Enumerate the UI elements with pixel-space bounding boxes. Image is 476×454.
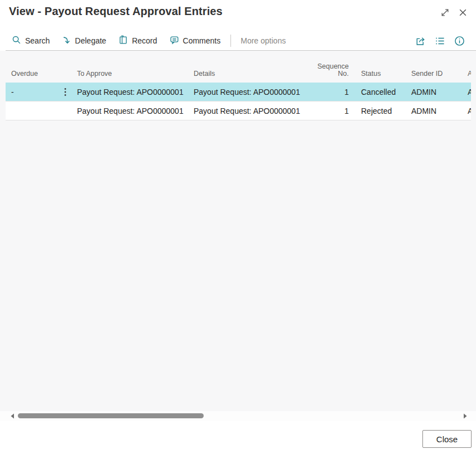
approver-id-cell-clipped: A <box>463 83 471 101</box>
column-header-approver-id-clipped[interactable]: A <box>463 56 471 83</box>
overdue-cell: - <box>6 83 73 101</box>
column-header-overdue[interactable]: Overdue <box>6 56 73 83</box>
details-cell: Payout Request: APO0000001 <box>190 83 310 101</box>
overdue-cell <box>6 102 73 120</box>
expand-icon[interactable] <box>439 7 450 18</box>
list-view-icon[interactable] <box>434 35 445 46</box>
overdue-value: - <box>11 88 14 96</box>
horizontal-scrollbar[interactable] <box>0 411 476 421</box>
toolbar-right-icons <box>415 35 470 46</box>
page-title: View - Payout Request Approval Entries <box>9 5 223 18</box>
comments-label: Comments <box>183 36 221 45</box>
column-header-details[interactable]: Details <box>190 56 310 83</box>
approver-id-cell-clipped: A <box>463 102 471 120</box>
search-icon <box>12 35 21 46</box>
to-approve-cell: Payout Request: APO0000001 <box>73 102 190 120</box>
record-label: Record <box>132 36 157 45</box>
column-header-to-approve[interactable]: To Approve <box>73 56 190 83</box>
scrollbar-thumb[interactable] <box>18 413 204 418</box>
record-icon <box>118 35 128 46</box>
close-button[interactable]: Close <box>422 430 472 448</box>
sender-id-link[interactable]: ADMIN <box>406 83 463 101</box>
column-header-sequence-no[interactable]: SequenceNo. <box>310 56 350 83</box>
search-button[interactable]: Search <box>6 35 56 46</box>
to-approve-cell: Payout Request: APO0000001 <box>73 83 190 101</box>
row-context-menu-icon[interactable] <box>61 86 70 98</box>
title-bar: View - Payout Request Approval Entries <box>0 0 476 31</box>
toolbar-divider <box>230 35 231 47</box>
column-header-sender-id[interactable]: Sender ID <box>406 56 463 83</box>
delegate-button[interactable]: Delegate <box>56 36 112 46</box>
delegate-label: Delegate <box>75 36 106 45</box>
search-label: Search <box>25 36 50 45</box>
dialog-footer: Close <box>0 421 476 454</box>
sequence-no-cell: 1 <box>310 102 350 120</box>
share-icon[interactable] <box>415 35 426 46</box>
sender-id-link[interactable]: ADMIN <box>406 102 463 120</box>
info-icon[interactable] <box>454 35 465 46</box>
status-cell: Rejected <box>350 102 406 120</box>
grid-header-row: Overdue To Approve Details SequenceNo. S… <box>6 56 471 83</box>
scroll-left-icon[interactable] <box>9 413 15 419</box>
sequence-no-cell: 1 <box>310 83 350 101</box>
action-toolbar: Search Delegate Record <box>6 31 470 50</box>
comments-button[interactable]: Comments <box>164 35 227 46</box>
more-options-button[interactable]: More options <box>235 36 291 45</box>
table-row[interactable]: Payout Request: APO0000001 Payout Reques… <box>6 102 471 120</box>
column-header-status[interactable]: Status <box>350 56 406 83</box>
approval-entries-grid: Overdue To Approve Details SequenceNo. S… <box>6 56 471 120</box>
delegate-icon <box>62 36 71 46</box>
close-icon[interactable] <box>457 7 468 18</box>
details-cell: Payout Request: APO0000001 <box>190 102 310 120</box>
scroll-right-icon[interactable] <box>462 413 468 419</box>
table-row[interactable]: - Payout Request: APO0000001 Payout Requ… <box>6 83 471 102</box>
content-area: Overdue To Approve Details SequenceNo. S… <box>0 51 476 421</box>
approval-entries-dialog: View - Payout Request Approval Entries S… <box>0 0 476 454</box>
record-button[interactable]: Record <box>112 35 163 46</box>
comments-icon <box>170 35 179 46</box>
status-cell: Cancelled <box>350 83 406 101</box>
